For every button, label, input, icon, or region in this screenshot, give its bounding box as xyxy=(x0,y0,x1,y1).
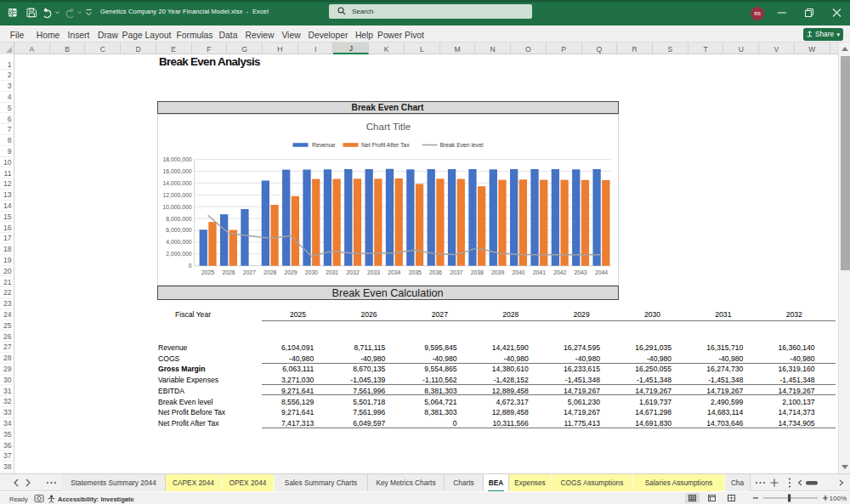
svg-text:2041: 2041 xyxy=(532,269,545,275)
svg-text:12,000,000: 12,000,000 xyxy=(162,191,191,197)
svg-text:2038: 2038 xyxy=(470,269,483,275)
svg-text:4,000,000: 4,000,000 xyxy=(166,239,191,245)
svg-text:2027: 2027 xyxy=(242,269,255,275)
svg-text:2043: 2043 xyxy=(574,269,586,275)
svg-text:2040: 2040 xyxy=(512,269,524,275)
svg-text:2037: 2037 xyxy=(450,269,462,275)
svg-text:2,000,000: 2,000,000 xyxy=(166,251,191,257)
svg-text:6,000,000: 6,000,000 xyxy=(166,227,191,233)
svg-text:14,000,000: 14,000,000 xyxy=(162,179,191,185)
svg-text:0: 0 xyxy=(188,263,191,269)
svg-text:2042: 2042 xyxy=(553,269,566,275)
svg-text:2035: 2035 xyxy=(408,269,421,275)
svg-text:Break Even level: Break Even level xyxy=(439,141,483,147)
svg-text:2030: 2030 xyxy=(304,269,317,275)
svg-text:2034: 2034 xyxy=(388,269,400,275)
svg-text:18,000,000: 18,000,000 xyxy=(162,156,191,162)
svg-text:2032: 2032 xyxy=(346,269,359,275)
svg-text:Revenue: Revenue xyxy=(312,141,335,147)
svg-text:2033: 2033 xyxy=(366,269,379,275)
svg-text:2028: 2028 xyxy=(264,269,276,275)
svg-text:2036: 2036 xyxy=(428,269,441,275)
svg-text:10,000,000: 10,000,000 xyxy=(162,203,191,209)
svg-text:Chart Title: Chart Title xyxy=(366,122,410,132)
svg-text:8,000,000: 8,000,000 xyxy=(166,215,191,221)
svg-text:Net Profit After Tax: Net Profit After Tax xyxy=(361,141,410,147)
svg-text:2031: 2031 xyxy=(326,269,338,275)
svg-text:2026: 2026 xyxy=(222,269,235,275)
svg-text:2029: 2029 xyxy=(284,269,297,275)
svg-text:2044: 2044 xyxy=(594,269,607,275)
svg-text:16,000,000: 16,000,000 xyxy=(162,167,191,173)
svg-text:2025: 2025 xyxy=(201,269,214,275)
svg-text:2039: 2039 xyxy=(491,269,504,275)
